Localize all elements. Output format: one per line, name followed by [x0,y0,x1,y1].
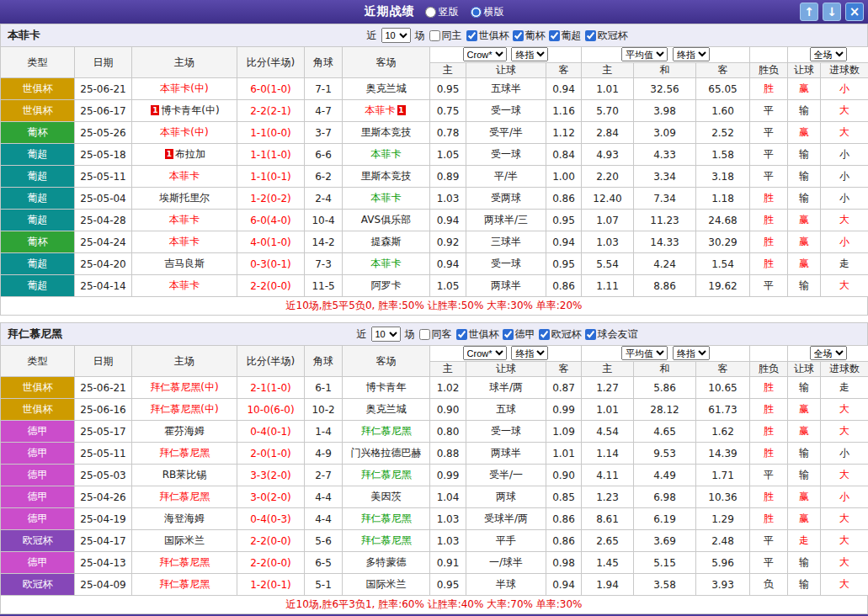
handicap-result: 输 [788,166,821,188]
asia-away-odds: 0.84 [546,144,582,166]
team-name: 拜仁慕尼黑 [159,556,210,568]
league-checkbox[interactable] [513,30,524,41]
asia-handicap: 受一球 [466,253,546,275]
score-cell: 2-0(1-0) [237,443,305,465]
league-filter[interactable]: 世俱杯 [466,29,509,43]
league-filter[interactable]: 葡超 [549,29,582,43]
scroll-up-button[interactable]: ↑ [800,3,818,21]
scroll-down-button[interactable]: ↓ [823,3,841,21]
corners-cell: 4-4 [305,508,343,530]
team-name: 本菲卡 [371,148,402,160]
asia-away-odds: 1.16 [546,100,582,122]
europe-odds-selects: 平均值 终指 [582,346,750,362]
league-checkbox[interactable] [549,30,560,41]
handicap-result: 输 [788,552,821,574]
score-cell: 4-0(1-0) [237,231,305,253]
asia-index-select[interactable]: 终指 [511,346,548,360]
europe-away-odds: 30.29 [696,231,750,253]
team-name: 1布拉加 [163,148,205,160]
league-label: 葡杯 [525,29,546,43]
away-team-cell: 拜仁慕尼黑 [343,530,430,552]
asia-home-odds: 0.94 [430,253,466,275]
league-tag: 世俱杯 [1,78,75,100]
asia-home-odds: 0.80 [430,421,466,443]
league-checkbox[interactable] [503,329,514,340]
vertical-radio[interactable] [425,7,436,18]
league-label: 欧冠杯 [598,29,628,43]
team-label: 拜仁慕尼黑 [159,578,210,590]
fullgame-select[interactable]: 全场 [810,346,847,360]
layout-switch: 竖版 横版 [425,5,504,19]
away-team-cell: 本菲卡1 [343,100,430,122]
europe-avg-select[interactable]: 平均值 [621,47,668,61]
recent-count-select[interactable]: 10 [381,28,411,43]
league-filter[interactable]: 葡杯 [513,29,546,43]
bookmaker-select[interactable]: Crow* [463,47,507,61]
asia-index-select[interactable]: 终指 [511,47,548,61]
bookmaker-select[interactable]: Crow* [463,346,507,360]
league-filter[interactable]: 球会友谊 [585,327,638,342]
league-filter[interactable]: 德甲 [503,327,535,342]
col-asia-home: 主 [430,62,466,78]
league-checkbox[interactable] [539,329,550,340]
score-cell: 2-2(0-0) [237,275,305,297]
close-button[interactable]: × [845,3,864,21]
fullgame-select[interactable]: 全场 [810,47,847,61]
home-team-cell: 国际米兰 [132,530,237,552]
team-label: 拜仁慕尼黑 [159,447,210,459]
asia-home-odds: 0.91 [430,552,466,574]
handicap-result: 赢 [788,421,821,443]
league-checkbox[interactable] [585,329,596,340]
league-tag: 欧冠杯 [1,530,75,552]
away-team-cell: 拜仁慕尼黑 [343,421,430,443]
stats-table-bayern: 类型 日期 主场 比分(半场) 角球 客场 Crow* 终指 平均值 终指 [0,345,868,596]
team-label: 霍芬海姆 [164,425,205,437]
layout-option-vertical[interactable]: 竖版 [425,5,459,19]
red-card-badge: 1 [151,105,159,115]
league-filter[interactable]: 欧冠杯 [585,29,628,43]
same-side-checkbox[interactable] [419,329,430,340]
same-side-filter[interactable]: 同客 [419,327,452,342]
match-date: 25-05-11 [75,443,132,465]
away-team-cell: 拜仁慕尼黑 [343,465,430,486]
team-name: 里斯本竞技 [361,170,412,182]
europe-home-odds: 5.70 [582,100,634,122]
europe-away-odds: 24.68 [696,210,750,231]
europe-avg-select[interactable]: 平均值 [621,346,668,360]
away-team-cell: 美因茨 [343,486,430,508]
team-label: 奥克兰城 [366,82,407,94]
same-side-filter[interactable]: 同主 [429,29,462,43]
team-label: 拜仁慕尼黑 [361,512,412,524]
handicap-result: 赢 [788,253,821,275]
match-date: 25-04-20 [75,253,132,275]
layout-option-horizontal[interactable]: 横版 [471,5,504,19]
col-type: 类型 [1,346,75,377]
europe-odds-selects: 平均值 终指 [582,47,750,63]
league-checkbox[interactable] [456,329,467,340]
team-name: 阿罗卡 [371,279,402,291]
league-tag: 欧冠杯 [1,574,75,596]
asia-handicap: 平手 [466,530,546,552]
league-tag: 葡超 [1,275,75,297]
corners-cell: 10-4 [305,210,343,231]
league-tag: 葡超 [1,144,75,166]
recent-count-select[interactable]: 10 [371,327,401,342]
col-date: 日期 [75,47,132,78]
corners-cell: 6-5 [305,552,343,574]
same-side-checkbox[interactable] [429,30,440,41]
goals-result: 大 [821,399,868,421]
league-filter[interactable]: 欧冠杯 [539,327,582,342]
winloss-result: 胜 [750,486,788,508]
winloss-result: 胜 [750,210,788,231]
europe-index-select[interactable]: 终指 [673,47,710,61]
league-checkbox[interactable] [466,30,477,41]
europe-index-select[interactable]: 终指 [673,346,710,360]
league-checkbox[interactable] [585,30,596,41]
goals-result: 大 [821,421,868,443]
league-filter[interactable]: 世俱杯 [456,327,499,342]
team-name: 本菲卡(中) [160,126,208,138]
horizontal-radio[interactable] [471,7,482,18]
goals-result: 大 [821,122,868,144]
winloss-result: 平 [750,552,788,574]
score-cell: 3-0(2-0) [237,486,305,508]
